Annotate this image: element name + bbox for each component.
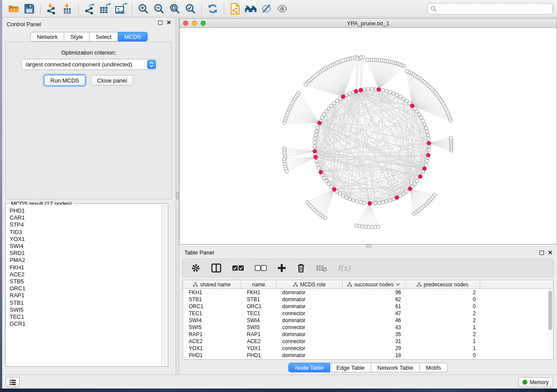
network-graph[interactable] xyxy=(180,28,557,244)
show-columns-icon[interactable] xyxy=(211,263,221,273)
table-row[interactable]: TEC1TEC1connector472 xyxy=(183,310,553,317)
cell-predecessor-nodes: 0 xyxy=(405,296,480,303)
table-row[interactable]: STB1STB1dominator620 xyxy=(183,296,553,303)
float-table-panel-icon[interactable] xyxy=(540,251,544,255)
cell-shared-name: SWI5 xyxy=(183,324,241,330)
delete-column-icon[interactable] xyxy=(297,263,305,273)
desktop-wallpaper-bottom xyxy=(0,389,557,392)
tab-select[interactable]: Select xyxy=(90,32,118,41)
mcds-result-item[interactable]: GCR1 xyxy=(7,320,161,327)
save-session-icon[interactable] xyxy=(23,2,36,15)
import-table-icon[interactable] xyxy=(61,2,74,15)
column-header-shared-name[interactable]: shared name xyxy=(183,280,241,289)
vertical-splitter-handle[interactable] xyxy=(176,192,179,199)
table-row[interactable]: PHD1PHD1dominator180 xyxy=(183,352,553,359)
zoom-selected-icon[interactable] xyxy=(184,2,197,15)
mcds-result-item[interactable]: STB5 xyxy=(7,278,161,285)
tab-network[interactable]: Network xyxy=(30,32,64,41)
mcds-result-item[interactable]: YOX1 xyxy=(7,236,161,243)
table-row[interactable]: SWI4SWI4dominator462 xyxy=(183,317,553,324)
export-table-icon[interactable] xyxy=(99,2,112,15)
show-panels-button[interactable] xyxy=(6,377,20,387)
mcds-result-item[interactable]: ORC1 xyxy=(7,285,161,292)
cell-MCDS-role: connector xyxy=(277,338,343,344)
network-from-file-icon[interactable] xyxy=(228,2,242,15)
search-input[interactable] xyxy=(437,6,550,12)
mcds-result-item[interactable]: PHD1 xyxy=(7,207,161,214)
mcds-result-item[interactable]: SRD1 xyxy=(7,250,161,257)
table-row[interactable]: YOX1YOX1connector291 xyxy=(183,345,553,352)
mcds-result-item[interactable]: RAP1 xyxy=(7,292,161,299)
table-row[interactable]: RAP1RAP1dominator352 xyxy=(183,331,553,338)
cell-successor-nodes: 43 xyxy=(343,324,405,330)
cell-shared-name: YOX1 xyxy=(183,345,241,351)
sort-desc-icon xyxy=(396,283,400,286)
mcds-result-item[interactable]: STB1 xyxy=(7,299,161,306)
mcds-result-item[interactable]: SWI5 xyxy=(7,306,161,313)
table-row[interactable]: ACE2ACE2connector311 xyxy=(183,338,553,345)
table-row[interactable]: FKH1FKH1dominator962 xyxy=(183,289,553,296)
mcds-result-item[interactable]: TEC1 xyxy=(7,313,161,320)
cell-MCDS-role: dominator xyxy=(277,303,343,309)
memory-label: Memory xyxy=(530,379,549,385)
zoom-fit-icon[interactable] xyxy=(168,2,181,15)
float-panel-icon[interactable] xyxy=(158,21,163,25)
function-builder-icon[interactable]: f(x) xyxy=(338,264,350,272)
mcds-result-item[interactable]: TID3 xyxy=(7,229,161,236)
horizontal-splitter-handle[interactable] xyxy=(366,244,371,248)
export-network-icon[interactable] xyxy=(83,2,96,15)
optimization-criterion-select[interactable]: largest connected component (undirected) xyxy=(21,59,157,70)
mcds-result-item[interactable]: FKH1 xyxy=(7,264,161,271)
zoom-in-icon[interactable] xyxy=(137,2,150,15)
cell-MCDS-role: dominator xyxy=(277,331,343,337)
mcds-result-item[interactable]: ACE2 xyxy=(7,271,161,278)
table-row[interactable]: ORC1ORC1dominator610 xyxy=(183,303,553,310)
column-header-successor-nodes[interactable]: successor nodes xyxy=(343,280,405,289)
mcds-result-item[interactable]: CAR1 xyxy=(7,214,161,221)
mcds-result-item[interactable]: SWI4 xyxy=(7,243,161,250)
cell-shared-name: PHD1 xyxy=(183,352,241,358)
unselect-all-icon[interactable] xyxy=(255,265,267,272)
mcds-result-item[interactable]: PMA2 xyxy=(7,257,161,264)
refresh-network-icon[interactable] xyxy=(206,2,219,15)
cell-successor-nodes: 62 xyxy=(343,296,405,303)
export-image-icon[interactable] xyxy=(114,2,128,15)
table-tab-motifs[interactable]: Motifs xyxy=(420,363,448,372)
table-row[interactable]: SWI5SWI5connector431 xyxy=(183,324,553,331)
mcds-result-item[interactable]: STP4 xyxy=(7,221,161,228)
tab-style[interactable]: Style xyxy=(64,32,90,41)
cell-name: SWI4 xyxy=(241,317,277,323)
cell-MCDS-role: dominator xyxy=(277,352,343,358)
delete-table-icon[interactable] xyxy=(316,264,327,272)
toolbar-separator xyxy=(40,3,41,14)
mcds-result-list[interactable]: PHD1CAR1STP4TID3YOX1SWI4SRD1PMA2FKH1ACE2… xyxy=(7,205,161,365)
column-header-name[interactable]: name xyxy=(241,280,277,289)
table-scrollbar[interactable] xyxy=(547,289,553,359)
import-network-icon[interactable] xyxy=(45,2,58,15)
settings-icon[interactable] xyxy=(191,263,201,273)
close-table-panel-icon[interactable]: ✕ xyxy=(548,251,553,255)
add-column-icon[interactable] xyxy=(277,264,286,272)
run-mcds-button[interactable]: Run MCDS xyxy=(44,75,85,86)
memory-button[interactable]: Memory xyxy=(518,377,553,387)
select-all-icon[interactable] xyxy=(232,265,244,272)
show-graphics-details-icon[interactable] xyxy=(276,2,289,15)
zoom-out-icon[interactable] xyxy=(152,2,166,15)
cell-shared-name: ACE2 xyxy=(183,338,241,344)
column-header-predecessor-nodes[interactable]: predecessor nodes xyxy=(405,280,480,289)
home-icon[interactable] xyxy=(244,2,257,15)
table-scrollbar-thumb[interactable] xyxy=(548,291,552,330)
tab-mcds[interactable]: MCDS xyxy=(118,32,147,41)
close-panel-icon[interactable]: ✕ xyxy=(166,21,171,25)
open-file-icon[interactable] xyxy=(7,2,20,15)
hide-graphics-details-icon[interactable] xyxy=(260,2,273,15)
table-tab-network-table[interactable]: Network Table xyxy=(371,363,420,372)
control-panel-tabs: NetworkStyleSelectMCDS xyxy=(2,32,176,41)
vertical-splitter[interactable] xyxy=(176,17,179,375)
table-tab-edge-table[interactable]: Edge Table xyxy=(330,363,371,372)
mcds-result-scrollbar[interactable] xyxy=(161,205,167,365)
close-panel-button[interactable]: Close panel xyxy=(91,75,133,86)
column-header-MCDS-role[interactable]: MCDS role xyxy=(277,280,343,289)
table-tab-node-table[interactable]: Node Table xyxy=(288,363,330,372)
search-box[interactable] xyxy=(427,3,553,14)
